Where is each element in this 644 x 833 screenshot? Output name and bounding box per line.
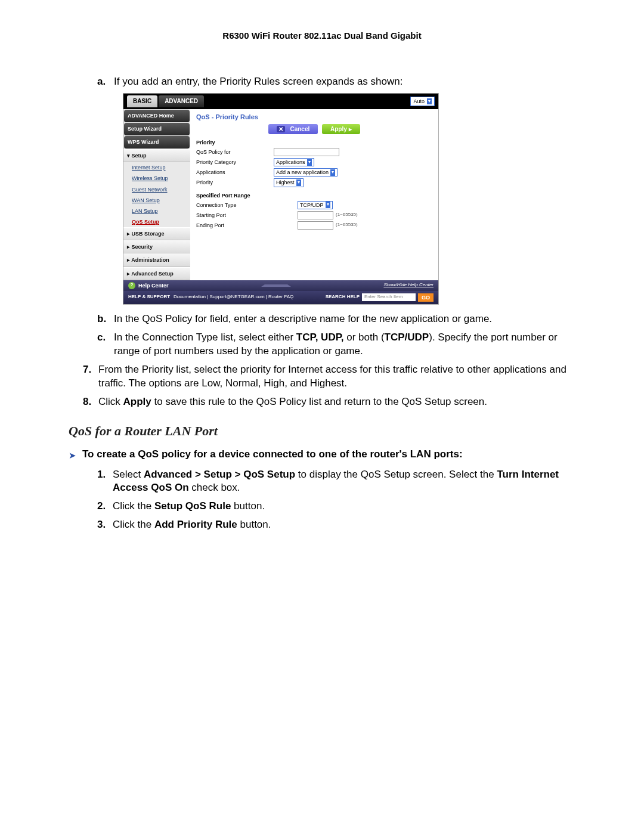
marker-p3: 3. <box>97 518 113 532</box>
s8-post: to save this rule to the QoS Policy list… <box>151 396 487 407</box>
p2-pre: Click the <box>113 500 154 512</box>
doc-header: R6300 WiFi Router 802.11ac Dual Band Gig… <box>69 30 575 42</box>
select-priority-value: Highest <box>276 179 295 186</box>
label-port-range: Specified Port Range <box>196 192 274 199</box>
help-center-label: Help Center <box>138 282 169 289</box>
label-priority: Priority <box>196 179 274 186</box>
help-center-bar[interactable]: ? Help Center Show/Hide Help Center <box>123 280 438 291</box>
s8-b: Apply <box>123 396 151 407</box>
input-start-port[interactable] <box>298 211 333 219</box>
nav-advanced-setup[interactable]: ▸ Advanced Setup <box>123 267 190 280</box>
p3-post: button. <box>237 519 271 530</box>
p3-b: Add Priority Rule <box>154 519 237 530</box>
select-conn-type[interactable]: TCP/UDP▾ <box>298 201 333 209</box>
nav-usb-storage[interactable]: ▸ USB Storage <box>123 227 190 240</box>
c-pre: In the Connection Type list, select eith… <box>114 332 296 343</box>
marker-p2: 2. <box>97 500 113 513</box>
p2-b: Setup QoS Rule <box>154 500 231 512</box>
step-7: 7. From the Priority list, select the pr… <box>83 363 575 391</box>
nav-wps-wizard[interactable]: WPS Wizard <box>124 136 190 148</box>
select-conn-type-value: TCP/UDP <box>300 202 324 209</box>
support-bar: HELP & SUPPORT Documentation | Support@N… <box>123 291 438 304</box>
nav-guest-network[interactable]: Guest Network <box>123 184 190 195</box>
tab-advanced[interactable]: ADVANCED <box>159 95 204 107</box>
label-conn-type: Connection Type <box>196 202 274 209</box>
label-start-port: Starting Port <box>196 212 274 219</box>
label-category: Priority Category <box>196 159 274 166</box>
input-policy-for[interactable] <box>274 148 339 156</box>
auto-select[interactable]: Auto▾ <box>410 97 435 106</box>
arrow-icon: ➤ <box>69 450 76 462</box>
c-b1: TCP, UDP, <box>296 332 344 343</box>
qos-screenshot: BASIC ADVANCED Auto▾ ADVANCED Home Setup… <box>123 94 438 304</box>
search-help-label: SEARCH HELP <box>326 294 360 301</box>
marker-c: c. <box>97 331 114 358</box>
nav-qos-setup[interactable]: QoS Setup <box>123 216 190 227</box>
marker-a: a. <box>97 75 114 89</box>
procedure-intro-text: To create a QoS policy for a device conn… <box>82 448 463 462</box>
nav-internet-setup[interactable]: Internet Setup <box>123 162 190 173</box>
chevron-down-icon: ▾ <box>427 98 432 105</box>
chevron-down-icon: ▾ <box>296 179 301 186</box>
nav-administration[interactable]: ▸ Administration <box>123 253 190 267</box>
content-panel: QoS - Priority Rules Cancel Apply Priori… <box>190 109 438 280</box>
showhide-link[interactable]: Show/Hide Help Center <box>383 282 434 289</box>
drag-handle-icon[interactable] <box>261 284 291 287</box>
input-end-port[interactable] <box>298 221 333 230</box>
auto-label: Auto <box>413 98 425 105</box>
help-icon: ? <box>128 282 135 289</box>
proc-step-2: 2. Click the Setup QoS Rule button. <box>97 500 575 513</box>
nav-wireless-setup[interactable]: Wireless Setup <box>123 173 190 184</box>
p1-b1: Advanced > Setup > QoS Setup <box>144 469 295 480</box>
chevron-down-icon: ▾ <box>326 202 330 208</box>
step-b: b. In the QoS Policy for field, enter a … <box>97 312 575 326</box>
panel-title: QoS - Priority Rules <box>196 113 432 122</box>
nav-security[interactable]: ▸ Security <box>123 240 190 253</box>
hint-end-range: (1~65535) <box>336 222 358 228</box>
marker-p1: 1. <box>97 468 113 496</box>
nav-setup-wizard[interactable]: Setup Wizard <box>124 123 190 135</box>
c-mid: or both ( <box>344 332 385 343</box>
marker-8: 8. <box>83 395 98 409</box>
p1-post: check box. <box>189 482 240 493</box>
step-b-text: In the QoS Policy for field, enter a des… <box>114 312 492 326</box>
step-c: c. In the Connection Type list, select e… <box>97 331 575 358</box>
cancel-button[interactable]: Cancel <box>268 124 318 135</box>
go-button[interactable]: GO <box>418 293 434 302</box>
select-category-value: Applications <box>276 159 305 166</box>
nav-lan-setup[interactable]: LAN Setup <box>123 206 190 216</box>
c-b2: TCP/UDP <box>385 332 429 343</box>
step-7-text: From the Priority list, select the prior… <box>98 363 575 391</box>
search-input[interactable]: Enter Search Item <box>362 293 416 301</box>
apply-button[interactable]: Apply <box>322 124 360 135</box>
p1-text: Select Advanced > Setup > QoS Setup to d… <box>113 468 575 496</box>
hint-start-range: (1~65535) <box>336 212 358 218</box>
nav-wan-setup[interactable]: WAN Setup <box>123 195 190 206</box>
support-links[interactable]: Documentation | Support@NETGEAR.com | Ro… <box>174 294 293 301</box>
label-priority-hdr: Priority <box>196 139 274 146</box>
proc-step-3: 3. Click the Add Priority Rule button. <box>97 518 575 532</box>
select-applications[interactable]: Add a new application▾ <box>274 168 338 176</box>
tab-basic[interactable]: BASIC <box>127 95 157 107</box>
p3-text: Click the Add Priority Rule button. <box>113 518 271 532</box>
topbar: BASIC ADVANCED Auto▾ <box>123 94 438 109</box>
label-applications: Applications <box>196 169 274 176</box>
label-end-port: Ending Port <box>196 222 274 229</box>
section-heading: QoS for a Router LAN Port <box>69 422 575 440</box>
nav-advanced-home[interactable]: ADVANCED Home <box>124 110 190 122</box>
proc-step-1: 1. Select Advanced > Setup > QoS Setup t… <box>97 468 575 496</box>
p1-pre: Select <box>113 469 144 480</box>
step-c-text: In the Connection Type list, select eith… <box>114 331 575 358</box>
step-8: 8. Click Apply to save this rule to the … <box>83 395 575 409</box>
p2-text: Click the Setup QoS Rule button. <box>113 500 265 513</box>
s8-pre: Click <box>98 396 123 407</box>
select-priority[interactable]: Highest▾ <box>274 178 304 187</box>
select-category[interactable]: Applications▾ <box>274 158 314 166</box>
chevron-down-icon: ▾ <box>307 159 312 166</box>
nav-setup[interactable]: ▾ Setup <box>123 149 190 162</box>
step-a: a. If you add an entry, the Priority Rul… <box>97 75 575 89</box>
marker-7: 7. <box>83 363 98 391</box>
step-a-text: If you add an entry, the Priority Rules … <box>114 75 402 89</box>
step-8-text: Click Apply to save this rule to the QoS… <box>98 395 487 409</box>
chevron-down-icon: ▾ <box>330 169 335 176</box>
